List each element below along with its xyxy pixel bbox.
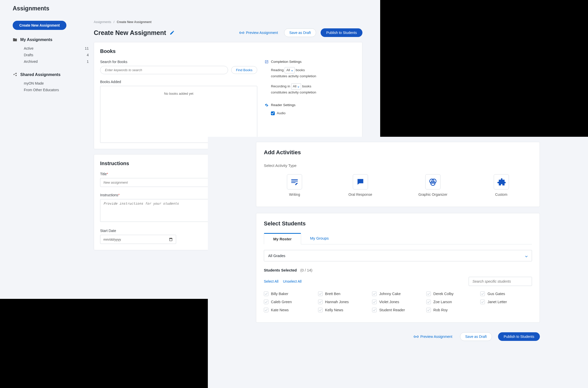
checkbox-unchecked-icon (318, 300, 323, 304)
student-checkbox[interactable]: Rob Roy (426, 308, 478, 312)
tab-my-groups[interactable]: My Groups (301, 233, 338, 244)
puzzle-icon (497, 178, 506, 186)
student-checkbox[interactable]: Kelly News (318, 308, 370, 312)
sidebar-item-myon-made[interactable]: myON Made (13, 80, 89, 87)
student-name: Violet Jones (379, 300, 399, 304)
students-selected-count: (0 / 14) (300, 268, 313, 272)
student-checkbox[interactable]: Janet Letter (480, 300, 532, 304)
folder-icon (13, 37, 17, 42)
activity-writing[interactable]: Writing (287, 174, 302, 197)
sidebar-item-label: Active (24, 46, 33, 50)
unselect-all-link[interactable]: Unselect All (283, 279, 302, 283)
books-added-box: No books added yet (100, 86, 257, 143)
sidebar-item-label: From Other Educators (24, 88, 59, 92)
breadcrumb: Assignments / Create New Assignment (94, 20, 362, 24)
search-books-input[interactable] (100, 66, 228, 74)
student-name: Zoe Larson (433, 300, 452, 304)
books-heading: Books (100, 48, 356, 54)
reading-completion-select[interactable]: All⌄ (285, 67, 295, 73)
search-books-label: Search for Books (100, 60, 257, 64)
sidebar-item-archived[interactable]: Archived 1 (13, 58, 89, 65)
sidebar-title: Assignments (13, 5, 89, 12)
start-date-label: Start Date (100, 229, 226, 233)
search-students-input[interactable] (469, 277, 532, 286)
student-name: Hannah Jones (325, 300, 349, 304)
student-name: Kate News (271, 308, 289, 312)
sidebar-item-count: 11 (85, 46, 89, 50)
checkbox-unchecked-icon (318, 308, 323, 312)
sidebar-item-other-educators[interactable]: From Other Educators (13, 87, 89, 93)
my-assignments-label: My Assignments (20, 37, 52, 42)
activity-graphic-organizer[interactable]: Graphic Organizer (418, 174, 447, 197)
activity-oral-response[interactable]: Oral Response (348, 174, 372, 197)
chevron-down-icon: ⌵ (525, 253, 528, 258)
grade-select[interactable]: All Grades ⌵ (264, 250, 532, 261)
activities-heading: Add Activities (264, 149, 532, 156)
student-checkbox[interactable]: Kate News (264, 308, 316, 312)
sidebar-item-label: Archived (24, 60, 38, 64)
checkbox-unchecked-icon (264, 308, 268, 312)
publish-button-footer[interactable]: Publish to Students (498, 332, 540, 341)
checkbox-unchecked-icon (426, 292, 431, 296)
checkbox-unchecked-icon (372, 300, 377, 304)
activities-card: Add Activities Select Activity Type Writ… (256, 142, 540, 207)
save-draft-button[interactable]: Save as Draft (284, 28, 316, 37)
calendar-icon (169, 237, 173, 241)
save-draft-button-footer[interactable]: Save as Draft (460, 332, 492, 341)
student-checkbox[interactable]: Caleb Green (264, 300, 316, 304)
shared-assignments-heading[interactable]: Shared Assignments (13, 72, 89, 77)
sidebar-item-drafts[interactable]: Drafts 4 (13, 52, 89, 58)
select-all-link[interactable]: Select All (264, 279, 279, 283)
students-heading: Select Students (264, 220, 532, 227)
gear-icon (265, 103, 268, 107)
check-square-icon (265, 60, 268, 64)
activity-custom[interactable]: Custom (494, 174, 509, 197)
student-checkbox[interactable]: Derek Colby (426, 292, 478, 296)
start-date-input[interactable]: mm/dd/yyyy (100, 235, 176, 244)
students-card: Select Students My Roster My Groups All … (256, 213, 540, 323)
sidebar-item-count: 4 (87, 53, 89, 57)
checkbox-unchecked-icon (426, 308, 431, 312)
tab-my-roster[interactable]: My Roster (264, 233, 301, 244)
venn-icon (429, 178, 437, 186)
recording-completion-select[interactable]: All⌄ (291, 83, 301, 90)
breadcrumb-root[interactable]: Assignments (94, 20, 111, 24)
share-icon (13, 72, 17, 77)
student-checkbox[interactable]: Billy Baker (264, 292, 316, 296)
activity-type-label: Select Activity Type (264, 163, 532, 168)
sidebar-item-label: myON Made (24, 81, 44, 85)
student-checkbox[interactable]: Johnny Cake (372, 292, 424, 296)
student-checkbox[interactable]: Gus Gates (480, 292, 532, 296)
black-region-bottom-left (0, 299, 210, 388)
books-added-label: Books Added (100, 80, 257, 84)
breadcrumb-current: Create New Assignment (117, 20, 152, 24)
page-title: Create New Assignment (94, 29, 166, 36)
preview-assignment-link[interactable]: Preview Assignment (238, 30, 279, 35)
my-assignments-heading[interactable]: My Assignments (13, 37, 89, 42)
create-assignment-button[interactable]: Create New Assignment (13, 21, 66, 30)
eyeglasses-icon (414, 335, 419, 338)
audio-checkbox-row[interactable]: Audio (271, 110, 356, 116)
checkbox-unchecked-icon (480, 300, 485, 304)
student-checkbox[interactable]: Violet Jones (372, 300, 424, 304)
student-name: Brett Ben (325, 292, 340, 296)
eyeglasses-icon (239, 31, 244, 34)
student-name: Kelly News (325, 308, 343, 312)
student-checkbox[interactable]: Zoe Larson (426, 300, 478, 304)
sidebar-item-active[interactable]: Active 11 (13, 45, 89, 52)
preview-assignment-link-footer[interactable]: Preview Assignment (412, 334, 454, 339)
writing-icon (290, 178, 299, 186)
find-books-button[interactable]: Find Books (231, 66, 257, 74)
student-name: Rob Roy (433, 308, 448, 312)
publish-button[interactable]: Publish to Students (321, 28, 362, 37)
checkbox-unchecked-icon (480, 292, 485, 296)
student-name: Billy Baker (271, 292, 288, 296)
checkbox-unchecked-icon (264, 292, 268, 296)
student-name: Gus Gates (487, 292, 505, 296)
sidebar-item-label: Drafts (24, 53, 33, 57)
student-checkbox[interactable]: Hannah Jones (318, 300, 370, 304)
student-checkbox[interactable]: Brett Ben (318, 292, 370, 296)
student-checkbox[interactable]: Student Reader (372, 308, 424, 312)
edit-title-icon[interactable] (170, 30, 175, 35)
student-name: Derek Colby (433, 292, 454, 296)
